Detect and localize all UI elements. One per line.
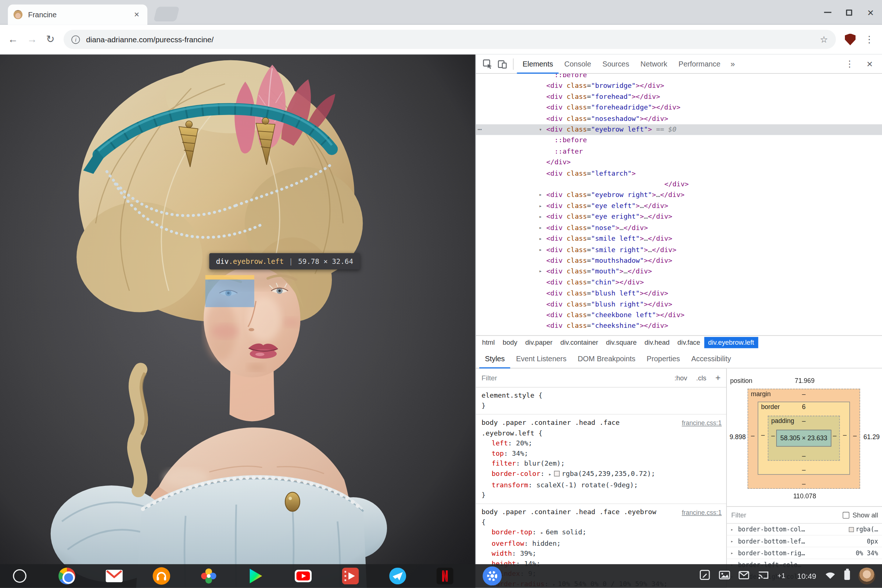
devtools-tab-network[interactable]: Network xyxy=(634,54,673,74)
google-photos-icon[interactable] xyxy=(199,567,218,586)
paper-plane-icon[interactable] xyxy=(388,567,407,586)
class-toggle[interactable]: .cls xyxy=(696,374,706,381)
battery-icon[interactable] xyxy=(844,570,850,582)
mail-icon[interactable] xyxy=(739,571,749,581)
computed-property-row[interactable]: ▸border-bottom-lef…0px xyxy=(727,536,882,547)
css-property[interactable]: top: 34%; xyxy=(482,448,721,459)
address-bar[interactable]: i diana-adrianne.com/purecss-francine/ ☆ xyxy=(64,30,836,49)
more-tabs-icon[interactable]: » xyxy=(726,59,740,68)
tree-row[interactable]: <div class="noseshadow"></div> xyxy=(476,114,882,124)
window-close-icon[interactable]: ✕ xyxy=(867,8,874,16)
bookmark-star-icon[interactable]: ☆ xyxy=(820,34,828,45)
gmail-icon[interactable] xyxy=(105,567,124,586)
css-property[interactable]: overflow: hidden; xyxy=(482,538,721,548)
sidebar-tab-properties[interactable]: Properties xyxy=(641,349,686,368)
css-property[interactable]: filter: blur(2em); xyxy=(482,459,721,469)
sidebar-tab-event-listeners[interactable]: Event Listeners xyxy=(510,349,572,368)
color-swatch[interactable] xyxy=(554,471,560,477)
devtools-tab-performance[interactable]: Performance xyxy=(673,54,726,74)
sidebar-tab-dom-breakpoints[interactable]: DOM Breakpoints xyxy=(572,349,641,368)
devtools-tab-console[interactable]: Console xyxy=(559,54,597,74)
rule-selector[interactable]: body .paper .container .head .face .eyeb… xyxy=(482,508,656,516)
styles-filter-input[interactable]: Filter xyxy=(482,374,665,381)
play-movies-icon[interactable] xyxy=(341,567,360,586)
tree-row[interactable]: <div class="blush right"></div> xyxy=(476,299,882,310)
padding-right-value[interactable]: – xyxy=(833,432,836,439)
breadcrumb-item[interactable]: div.container xyxy=(556,337,602,348)
tree-row[interactable]: ::before xyxy=(476,74,882,81)
settings-gear-icon[interactable] xyxy=(483,567,502,586)
tree-row[interactable]: <div class="cheekbone left"></div> xyxy=(476,310,882,321)
tree-row[interactable]: <div class="leftarch"> xyxy=(476,168,882,179)
border-top-value[interactable]: 6 xyxy=(758,403,849,410)
tree-row[interactable]: </div> xyxy=(476,157,882,168)
window-maximize-icon[interactable] xyxy=(846,9,853,15)
content-box[interactable]: 58.305 × 23.633 xyxy=(776,430,831,447)
stylus-icon[interactable] xyxy=(699,570,710,583)
netflix-icon[interactable] xyxy=(435,567,454,586)
tree-row[interactable]: ▸<div class="eye eleft">…</div> xyxy=(476,201,882,212)
tree-row[interactable]: </div> xyxy=(476,179,882,190)
show-all-checkbox[interactable] xyxy=(842,512,849,518)
screenshot-icon[interactable] xyxy=(719,570,730,582)
launcher-icon[interactable] xyxy=(10,567,29,586)
window-minimize-icon[interactable] xyxy=(824,12,832,13)
chrome-icon[interactable] xyxy=(57,567,76,586)
css-property[interactable]: width: 39%; xyxy=(482,548,721,559)
padding-top-value[interactable]: – xyxy=(768,417,839,424)
page-info-icon[interactable]: i xyxy=(72,35,80,44)
wifi-icon[interactable] xyxy=(825,571,836,582)
browser-tab-francine[interactable]: Francine ✕ xyxy=(8,4,147,25)
row-menu-dots[interactable]: ⋯ xyxy=(477,124,482,135)
expand-arrow-icon[interactable]: ▸ xyxy=(539,266,542,277)
new-style-rule-button[interactable]: + xyxy=(715,373,720,383)
tab-close-icon[interactable]: ✕ xyxy=(132,9,142,20)
expand-arrow-icon[interactable]: ▸ xyxy=(539,201,542,212)
breadcrumb-item[interactable]: div.eyebrow.left xyxy=(704,337,758,348)
border-bottom-value[interactable]: – xyxy=(758,466,849,473)
computed-property-row[interactable]: ▸border-bottom-col…rgba(… xyxy=(727,524,882,536)
tree-row[interactable]: <div class="mouthshadow"></div> xyxy=(476,255,882,266)
tree-row[interactable]: ::after xyxy=(476,146,882,157)
tree-row[interactable]: ▸<div class="mouth">…</div> xyxy=(476,266,882,277)
tree-row[interactable]: ::before xyxy=(476,135,882,146)
tree-row[interactable]: <div class="cheekshine"></div> xyxy=(476,321,882,332)
css-property[interactable]: border-color: ▸rgba(245,239,235,0.72); xyxy=(482,469,721,480)
breadcrumb-item[interactable]: html xyxy=(478,337,499,348)
back-icon[interactable]: ← xyxy=(8,34,18,45)
padding-left-value[interactable]: – xyxy=(771,432,775,439)
tree-row[interactable]: <div class="foreheadridge"></div> xyxy=(476,102,882,114)
tree-row[interactable]: ▸<div class="nose">…</div> xyxy=(476,223,882,234)
expand-arrow-icon[interactable]: ▸ xyxy=(539,223,542,234)
stylesheet-link[interactable]: francine.css:1 xyxy=(682,418,722,429)
breadcrumb-item[interactable]: div.face xyxy=(674,337,704,348)
devtools-tab-elements[interactable]: Elements xyxy=(517,54,559,74)
tree-row[interactable]: ▸<div class="eyebrow right">…</div> xyxy=(476,190,882,201)
url-text[interactable]: diana-adrianne.com/purecss-francine/ xyxy=(86,35,820,44)
reload-icon[interactable]: ↻ xyxy=(46,34,55,45)
breadcrumb-item[interactable]: div.square xyxy=(602,337,640,348)
breadcrumb-item[interactable]: div.head xyxy=(640,337,674,348)
breadcrumb-item[interactable]: div.paper xyxy=(521,337,556,348)
computed-property-row[interactable]: ▸border-bottom-rig…0% 34% xyxy=(727,547,882,559)
css-property[interactable]: border-top: ▸6em solid; xyxy=(482,527,721,538)
padding-bottom-value[interactable]: – xyxy=(768,452,839,459)
css-property[interactable]: left: 20%; xyxy=(482,438,721,448)
clock[interactable]: 10:49 xyxy=(797,572,816,580)
border-left-value[interactable]: – xyxy=(761,432,765,438)
margin-left-value[interactable]: – xyxy=(751,432,754,439)
devtools-tab-sources[interactable]: Sources xyxy=(597,54,635,74)
tree-row[interactable]: ▸<div class="eye eright">…</div> xyxy=(476,212,882,223)
border-right-value[interactable]: – xyxy=(843,432,847,438)
device-toolbar-icon[interactable] xyxy=(495,57,510,70)
expand-arrow-icon[interactable]: ▸ xyxy=(539,212,542,223)
tree-row[interactable]: ▸<div class="smile right">…</div> xyxy=(476,244,882,255)
devtools-menu-icon[interactable]: ⋮ xyxy=(840,58,858,69)
youtube-icon[interactable] xyxy=(294,567,313,586)
tree-row[interactable]: <div class="chin"></div> xyxy=(476,277,882,288)
tree-row[interactable]: <div class="forehead"></div> xyxy=(476,92,882,102)
sidebar-tab-accessibility[interactable]: Accessibility xyxy=(686,349,737,368)
margin-top-value[interactable]: – xyxy=(748,390,860,397)
rule-selector[interactable]: body .paper .container .head .face .eyeb… xyxy=(482,418,620,436)
inspect-element-icon[interactable] xyxy=(480,57,495,70)
